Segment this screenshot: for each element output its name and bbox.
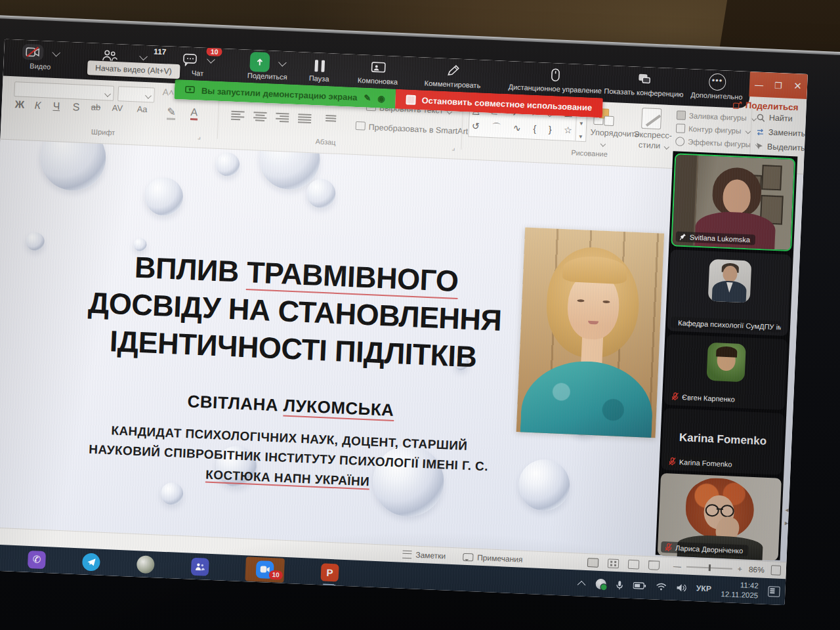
highlight-color-button[interactable]: ✎	[167, 105, 176, 120]
wifi-icon[interactable]	[656, 583, 667, 591]
zoom-app-active[interactable]: 10	[245, 556, 285, 583]
align-left-button[interactable]	[231, 111, 245, 121]
avatar-hair	[716, 346, 738, 357]
participants-chevron[interactable]	[139, 52, 148, 60]
justify-button[interactable]	[298, 114, 312, 123]
check-mini-icon[interactable]: ◉	[377, 93, 385, 103]
participant-avatar	[708, 259, 752, 303]
zoom-slider[interactable]	[686, 566, 732, 569]
system-tray: УКР 11:4212.11.2025	[579, 574, 781, 602]
columns-button[interactable]	[326, 115, 336, 121]
underline-button[interactable]: Ч	[52, 100, 60, 112]
comments-button[interactable]: Примечания	[463, 552, 523, 564]
show-meeting-icon	[636, 72, 652, 86]
find-button[interactable]: Найти	[757, 113, 808, 125]
show-meeting-button[interactable]: Показать конференцию	[604, 68, 684, 98]
slideshow-button[interactable]	[648, 560, 660, 570]
start-video-button[interactable]: Видео	[22, 43, 60, 71]
participant-tile[interactable]: Лариса Дворніченко	[658, 473, 782, 561]
change-case-button[interactable]: Aa	[136, 104, 148, 114]
speaker-icon[interactable]	[676, 583, 687, 592]
muted-mic-icon	[669, 457, 677, 465]
teams-icon[interactable]	[191, 557, 209, 576]
font-name-combobox[interactable]	[14, 81, 114, 101]
participants-count: 117	[154, 47, 167, 56]
video-options-chevron[interactable]	[52, 48, 60, 56]
shape-effects-button[interactable]: Эффекты фигуры	[675, 136, 760, 150]
powerpoint-icon[interactable]: P	[321, 563, 339, 581]
font-dialog-launcher[interactable]: ⌟	[198, 133, 201, 141]
share-chevron[interactable]	[278, 58, 287, 66]
shape-format-stack: Заливка фигуры Контур фигуры Эффекты фиг…	[675, 110, 761, 150]
more-button[interactable]: ••• Дополнительно	[690, 72, 744, 100]
chat-unread-badge: 10	[207, 47, 222, 56]
restore-button[interactable]: ❐	[768, 72, 789, 98]
zoom-out-button[interactable]: —	[673, 561, 682, 571]
strip-scroll-arrows[interactable]: ◄►	[784, 507, 790, 526]
pause-share-button[interactable]: Пауза	[309, 56, 330, 83]
participant-avatar	[706, 343, 746, 382]
participant-tile[interactable]: Євген Карпенко	[664, 334, 788, 410]
tray-expand-chevron[interactable]	[577, 580, 585, 589]
speaker-eye	[577, 299, 584, 302]
stop-icon	[406, 94, 416, 105]
replace-button[interactable]: Заменить	[756, 127, 808, 139]
mic-tray-icon[interactable]	[616, 579, 623, 589]
zoom-in-button[interactable]: +	[738, 564, 743, 574]
window-controls: — ❐ ✕	[749, 72, 808, 99]
character-spacing-button[interactable]: AV	[112, 103, 123, 114]
grow-font-button[interactable]: A˄	[162, 87, 174, 98]
browser-icon[interactable]	[136, 555, 155, 574]
shadow-button[interactable]: S	[72, 101, 79, 113]
muted-mic-icon	[671, 392, 679, 400]
chat-icon	[182, 52, 199, 66]
shape-outline-button[interactable]: Контур фигуры	[676, 123, 761, 136]
laptop-screen: A˄ A˅ Ж К Ч S ab AV Aa ✎ А Шрифт ⌟	[0, 39, 808, 606]
close-button[interactable]: ✕	[788, 74, 808, 99]
annotate-button[interactable]: Комментировать	[424, 61, 481, 90]
paragraph-dialog-launcher[interactable]: ⌟	[452, 143, 455, 152]
notes-button[interactable]: Заметки	[402, 549, 446, 560]
select-button[interactable]: Выделить	[755, 142, 808, 154]
font-color-button[interactable]: А	[190, 106, 198, 120]
shape-fill-button[interactable]: Заливка фигуры	[677, 110, 761, 123]
annotate-mini-icon[interactable]: ✎	[364, 93, 371, 102]
share-screen-button[interactable]: Поделиться	[247, 53, 288, 81]
strikethrough-button[interactable]: ab	[91, 102, 100, 112]
avatar-suit	[712, 280, 747, 303]
italic-button[interactable]: К	[34, 100, 41, 112]
arrange-chevron	[599, 138, 606, 148]
onedrive-status-icon[interactable]	[595, 579, 606, 590]
fit-to-window-button[interactable]	[771, 565, 782, 576]
action-center-icon[interactable]	[768, 586, 780, 597]
battery-icon[interactable]	[633, 581, 646, 590]
participant-name-label: Karina Fomenko	[665, 455, 738, 470]
layout-button[interactable]: Компоновка	[358, 58, 399, 86]
smartart-button[interactable]: Преобразовать в SmartArt	[355, 121, 476, 136]
bubble-decoration	[144, 177, 184, 216]
arrange-button[interactable]: Упорядочить	[590, 128, 639, 139]
clock[interactable]: 11:4212.11.2025	[721, 579, 759, 600]
zoom-percent[interactable]: 86%	[749, 564, 765, 574]
slide-sorter-button[interactable]	[608, 558, 620, 568]
align-center-button[interactable]	[253, 112, 267, 121]
bold-button[interactable]: Ж	[14, 98, 24, 111]
shape-effects-icon	[675, 136, 685, 146]
chat-button[interactable]: 10 Чат	[182, 50, 215, 77]
align-right-button[interactable]	[276, 113, 289, 123]
language-indicator[interactable]: УКР	[696, 583, 711, 593]
viber-icon[interactable]: ✆	[28, 550, 46, 568]
bubble-decoration	[160, 482, 183, 505]
participant-tile-active[interactable]: Svitlana Lukomska	[671, 153, 795, 251]
normal-view-button[interactable]	[587, 558, 599, 568]
bubble-decoration	[39, 138, 107, 192]
remote-control-button[interactable]: Дистанционное управление	[508, 64, 602, 94]
minimize-button[interactable]: —	[749, 72, 769, 97]
participant-tile[interactable]: Karina Fomenko Karina Fomenko	[661, 408, 784, 475]
telegram-icon[interactable]	[82, 553, 100, 571]
reading-view-button[interactable]	[628, 559, 640, 569]
font-size-combobox[interactable]	[117, 86, 155, 102]
participant-tile[interactable]: Кафедра психології СумДПУ імен…	[667, 249, 791, 336]
quick-styles-button[interactable]: Экспресс-	[633, 130, 672, 141]
shape-outline-icon	[676, 123, 686, 133]
